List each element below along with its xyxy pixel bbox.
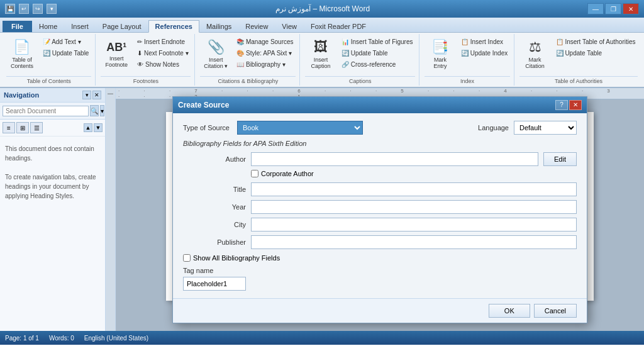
type-of-source-label: Type of Source — [183, 124, 230, 131]
insert-caption-button[interactable]: 🖼 InsertCaption — [304, 35, 337, 73]
ribbon-group-footnotes: AB¹ InsertFootnote ✏ Insert Endnote ⬇ Ne… — [97, 34, 195, 86]
mark-citation-button[interactable]: ⚖ MarkCitation — [519, 35, 552, 73]
dialog-close-button[interactable]: ✕ — [569, 100, 582, 110]
ok-button[interactable]: OK — [489, 304, 530, 318]
cross-reference-button[interactable]: 🔗 Cross-reference — [338, 59, 416, 70]
index-group-label: Index — [425, 76, 510, 84]
toc-col: 📝 Add Text ▾ 🔄 Update Table — [40, 36, 92, 59]
restore-button[interactable]: ❐ — [605, 3, 621, 14]
window-title: آموزش نرم – Microsoft Word — [58, 4, 587, 13]
show-notes-button[interactable]: 👁 Show Notes — [134, 59, 191, 70]
toc-items: 📄 Table ofContents 📝 Add Text ▾ 🔄 Update… — [6, 35, 92, 76]
nav-grid-view-button[interactable]: ⊞ — [16, 122, 29, 133]
update-table-auth-button[interactable]: 🔄 Update Table — [553, 48, 639, 59]
tab-mailings[interactable]: Mailings — [199, 20, 238, 32]
nav-page-view-button[interactable]: ☰ — [30, 122, 43, 133]
language-select[interactable]: Default English French — [514, 121, 577, 135]
search-dropdown-button[interactable]: ▾ — [100, 105, 104, 116]
main-layout: Navigation ▾ ✕ 🔍 ▾ ≡ ⊞ ☰ ▲ ▼ This docume… — [0, 88, 644, 331]
corporate-author-checkbox[interactable] — [251, 170, 258, 177]
next-footnote-button[interactable]: ⬇ Next Footnote ▾ — [134, 48, 191, 59]
language-select-container: Default English French — [514, 121, 577, 135]
ribbon-group-toc: 📄 Table ofContents 📝 Add Text ▾ 🔄 Update… — [3, 34, 96, 86]
tab-insert[interactable]: Insert — [64, 20, 96, 32]
captions-items: 🖼 InsertCaption 📊 Insert Table of Figure… — [304, 35, 416, 76]
authorities-group-label: Table of Authorities — [519, 76, 638, 84]
nav-sort-controls: ▲ ▼ — [84, 123, 103, 132]
citations-group-label: Citations & Bibliography — [200, 76, 296, 84]
edit-button[interactable]: Edit — [543, 152, 577, 166]
dialog-title-bar: Create Source ? ✕ — [173, 97, 587, 113]
nav-expand-icon[interactable]: ▾ — [82, 91, 91, 99]
cancel-button[interactable]: Cancel — [534, 304, 577, 318]
author-input[interactable] — [251, 152, 538, 166]
insert-citation-button[interactable]: 📎 InsertCitation ▾ — [199, 35, 232, 73]
undo-icon[interactable]: ↩ — [19, 4, 29, 14]
author-field-row: Author Edit — [183, 152, 577, 166]
city-input[interactable] — [251, 218, 577, 232]
insert-endnote-button[interactable]: ✏ Insert Endnote — [134, 36, 191, 47]
update-table-toc-button[interactable]: 🔄 Update Table — [40, 48, 92, 59]
ribbon-tabs: File Home Insert Page Layout References … — [0, 18, 644, 33]
language-label: Language — [478, 124, 509, 131]
create-source-dialog: Create Source ? ✕ Type of Source Book Bo… — [172, 96, 587, 323]
footnotes-col: ✏ Insert Endnote ⬇ Next Footnote ▾ 👁 Sho… — [134, 36, 191, 70]
citations-items: 📎 InsertCitation ▾ 📚 Manage Sources 🎨 St… — [199, 35, 296, 76]
tab-view[interactable]: View — [275, 20, 304, 32]
more-icon[interactable]: ▾ — [47, 4, 57, 14]
citation-icon: 📎 — [208, 39, 225, 55]
citations-col: 📚 Manage Sources 🎨 Style: APA Sixt ▾ 📖 B… — [233, 36, 296, 70]
manage-sources-button[interactable]: 📚 Manage Sources — [233, 36, 296, 47]
tab-page-layout[interactable]: Page Layout — [96, 20, 148, 32]
tab-foxit[interactable]: Foxit Reader PDF — [304, 20, 373, 32]
mark-entry-button[interactable]: 📑 MarkEntry — [424, 35, 457, 73]
tag-name-input[interactable] — [183, 277, 246, 291]
ribbon-group-captions: 🖼 InsertCaption 📊 Insert Table of Figure… — [301, 34, 419, 86]
show-all-fields-row: Show All Bibliography Fields — [183, 254, 577, 262]
tab-review[interactable]: Review — [238, 20, 275, 32]
insert-index-button[interactable]: 📋 Insert Index — [458, 36, 511, 47]
type-select-container: Book Book Section Journal Article Web Si… — [237, 121, 363, 135]
dialog-title: Create Source — [178, 101, 229, 109]
insert-table-figures-button[interactable]: 📊 Insert Table of Figures — [338, 36, 416, 47]
title-input[interactable] — [251, 182, 577, 196]
nav-down-button[interactable]: ▼ — [94, 123, 103, 132]
dialog-help-button[interactable]: ? — [555, 100, 568, 110]
insert-table-authorities-button[interactable]: 📋 Insert Table of Authorities — [553, 36, 639, 47]
redo-icon[interactable]: ↪ — [33, 4, 43, 14]
status-language: English (United States) — [84, 335, 148, 342]
title-field-row: Title — [183, 182, 577, 196]
type-of-source-select[interactable]: Book Book Section Journal Article Web Si… — [237, 121, 363, 135]
nav-controls: ▾ ✕ — [82, 91, 101, 99]
insert-footnote-button[interactable]: AB¹ InsertFootnote — [100, 35, 133, 73]
show-all-fields-checkbox[interactable] — [183, 254, 191, 262]
tab-references[interactable]: References — [148, 20, 199, 33]
style-button[interactable]: 🎨 Style: APA Sixt ▾ — [233, 48, 296, 59]
year-input[interactable] — [251, 200, 577, 214]
tab-home[interactable]: Home — [32, 20, 64, 32]
title-bar: 💾 ↩ ↪ ▾ آموزش نرم – Microsoft Word — ❐ ✕ — [0, 0, 644, 18]
update-index-button[interactable]: 🔄 Update Index — [458, 48, 511, 59]
table-of-contents-button[interactable]: 📄 Table ofContents — [6, 35, 38, 73]
bibliography-button[interactable]: 📖 Bibliography ▾ — [233, 59, 296, 70]
nav-close-icon[interactable]: ✕ — [92, 91, 101, 99]
search-button[interactable]: 🔍 — [90, 105, 99, 116]
save-icon[interactable]: 💾 — [5, 4, 15, 14]
nav-up-button[interactable]: ▲ — [84, 123, 92, 132]
close-button[interactable]: ✕ — [623, 3, 639, 14]
search-input[interactable] — [3, 106, 89, 116]
document-area[interactable]: · · · 7 · · · 6 · · · 5 · · · 4 · · · 3 … — [116, 88, 644, 331]
tab-file[interactable]: File — [3, 21, 32, 32]
nav-title: Navigation — [4, 91, 39, 99]
nav-list-view-button[interactable]: ≡ — [3, 122, 15, 133]
index-col: 📋 Insert Index 🔄 Update Index — [458, 36, 511, 59]
minimize-button[interactable]: — — [587, 3, 604, 14]
type-of-source-row: Type of Source Book Book Section Journal… — [183, 121, 577, 135]
add-text-button[interactable]: 📝 Add Text ▾ — [40, 36, 92, 47]
side-strip-label[interactable]: | — [106, 91, 115, 97]
corporate-author-label: Corporate Author — [261, 170, 314, 177]
update-table-cap-button[interactable]: 🔄 Update Table — [338, 48, 416, 59]
ribbon: 📄 Table ofContents 📝 Add Text ▾ 🔄 Update… — [0, 33, 644, 88]
publisher-input[interactable] — [251, 235, 577, 249]
ribbon-group-index: 📑 MarkEntry 📋 Insert Index 🔄 Update Inde… — [421, 34, 514, 86]
